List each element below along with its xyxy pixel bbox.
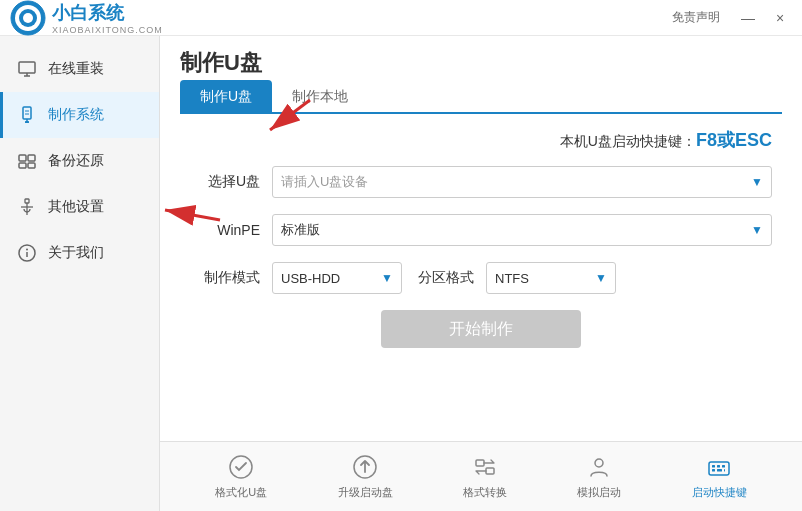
start-btn-container: 开始制作 [190, 310, 772, 348]
disclaimer-link[interactable]: 免责声明 [672, 9, 720, 26]
usb-placeholder: 请插入U盘设备 [281, 173, 368, 191]
usb-select-arrow: ▼ [751, 175, 763, 189]
sidebar-item-backup-restore[interactable]: 备份还原 [0, 138, 159, 184]
sidebar-item-make-system[interactable]: 制作系统 [0, 92, 159, 138]
toolbar-upgrade-boot[interactable]: 升级启动盘 [326, 449, 405, 504]
mode-select[interactable]: USB-HDD ▼ [272, 262, 402, 294]
usb-select-row: 选择U盘 请插入U盘设备 ▼ [190, 166, 772, 198]
svg-rect-30 [722, 465, 725, 468]
svg-rect-29 [717, 465, 720, 468]
usb-select[interactable]: 请插入U盘设备 ▼ [272, 166, 772, 198]
toolbar-format-usb[interactable]: 格式化U盘 [203, 449, 279, 504]
svg-rect-7 [23, 107, 31, 119]
content-area: 制作U盘 制作U盘 制作本地 本机U盘启动快捷键：F8或ESC 选择U盘 请插入… [160, 36, 802, 511]
toolbar-simulate-boot[interactable]: 模拟启动 [565, 449, 633, 504]
person-icon [585, 453, 613, 481]
logo-main-text: 小白系统 [52, 1, 163, 25]
mode-label: 制作模式 [190, 269, 260, 287]
partition-value: NTFS [495, 271, 529, 286]
shortcut-key: F8或ESC [696, 130, 772, 150]
check-circle-icon [227, 453, 255, 481]
tabs-container: 制作U盘 制作本地 [180, 78, 782, 114]
title-bar-controls: 免责声明 — × [672, 4, 794, 32]
mode-partition-row: 制作模式 USB-HDD ▼ 分区格式 NTFS ▼ [190, 262, 772, 294]
mode-value: USB-HDD [281, 271, 340, 286]
logo: 小白系统 XIAOBAIXITONG.COM [10, 0, 163, 36]
winpe-select[interactable]: 标准版 ▼ [272, 214, 772, 246]
shortcut-prefix: 本机U盘启动快捷键： [560, 133, 696, 149]
svg-rect-25 [486, 468, 494, 474]
toolbar-label-shortcut-key: 启动快捷键 [692, 485, 747, 500]
toolbar-format-convert[interactable]: 格式转换 [451, 449, 519, 504]
svg-rect-14 [19, 163, 26, 168]
upload-circle-icon [351, 453, 379, 481]
logo-sub-text: XIAOBAIXITONG.COM [52, 25, 163, 35]
svg-rect-15 [28, 163, 35, 168]
winpe-select-arrow: ▼ [751, 223, 763, 237]
start-button[interactable]: 开始制作 [381, 310, 581, 348]
svg-point-3 [23, 13, 33, 23]
partition-select-arrow: ▼ [595, 271, 607, 285]
sidebar-item-online-reinstall[interactable]: 在线重装 [0, 46, 159, 92]
transfer-icon [471, 453, 499, 481]
sidebar-label-other-settings: 其他设置 [48, 198, 104, 216]
svg-rect-24 [476, 460, 484, 466]
page-title: 制作U盘 [180, 48, 262, 78]
svg-rect-27 [709, 462, 729, 475]
bottom-toolbar: 格式化U盘 升级启动盘 [160, 441, 802, 511]
svg-point-26 [595, 459, 603, 467]
sidebar-item-about-us[interactable]: 关于我们 [0, 230, 159, 276]
mode-select-arrow: ▼ [381, 271, 393, 285]
svg-rect-28 [712, 465, 715, 468]
title-bar: 小白系统 XIAOBAIXITONG.COM 免责声明 — × [0, 0, 802, 36]
svg-rect-31 [712, 469, 715, 472]
sidebar: 在线重装 制作系统 [0, 36, 160, 511]
shortcut-hint: 本机U盘启动快捷键：F8或ESC [190, 128, 772, 152]
winpe-value: 标准版 [281, 221, 320, 239]
svg-rect-4 [19, 62, 35, 73]
app-body: 在线重装 制作系统 [0, 36, 802, 511]
partition-label: 分区格式 [414, 269, 474, 287]
sidebar-label-about-us: 关于我们 [48, 244, 104, 262]
settings-icon [16, 196, 38, 218]
close-button[interactable]: × [766, 4, 794, 32]
minimize-button[interactable]: — [734, 4, 762, 32]
toolbar-label-simulate-boot: 模拟启动 [577, 485, 621, 500]
toolbar-label-format-usb: 格式化U盘 [215, 485, 267, 500]
svg-rect-13 [28, 155, 35, 161]
svg-rect-12 [19, 155, 26, 161]
svg-rect-33 [724, 469, 725, 472]
sidebar-label-backup-restore: 备份还原 [48, 152, 104, 170]
svg-rect-16 [25, 199, 29, 203]
sidebar-label-online-reinstall: 在线重装 [48, 60, 104, 78]
logo-icon [10, 0, 46, 36]
toolbar-shortcut-key[interactable]: 启动快捷键 [680, 449, 759, 504]
tab-make-local[interactable]: 制作本地 [272, 80, 368, 114]
svg-rect-32 [717, 469, 722, 472]
svg-point-21 [26, 249, 28, 251]
svg-rect-9 [25, 121, 29, 123]
sidebar-label-make-system: 制作系统 [48, 106, 104, 124]
winpe-select-row: WinPE 标准版 ▼ [190, 214, 772, 246]
content-body: 本机U盘启动快捷键：F8或ESC 选择U盘 请插入U盘设备 ▼ WinPE 标准… [160, 114, 802, 441]
tab-make-usb[interactable]: 制作U盘 [180, 80, 272, 114]
keyboard-icon [705, 453, 733, 481]
backup-icon [16, 150, 38, 172]
usb-label: 选择U盘 [190, 173, 260, 191]
monitor-icon [16, 58, 38, 80]
usb-icon [16, 104, 38, 126]
winpe-label: WinPE [190, 222, 260, 238]
toolbar-label-upgrade-boot: 升级启动盘 [338, 485, 393, 500]
content-header: 制作U盘 [160, 36, 802, 78]
partition-select[interactable]: NTFS ▼ [486, 262, 616, 294]
toolbar-label-format-convert: 格式转换 [463, 485, 507, 500]
info-icon [16, 242, 38, 264]
sidebar-item-other-settings[interactable]: 其他设置 [0, 184, 159, 230]
